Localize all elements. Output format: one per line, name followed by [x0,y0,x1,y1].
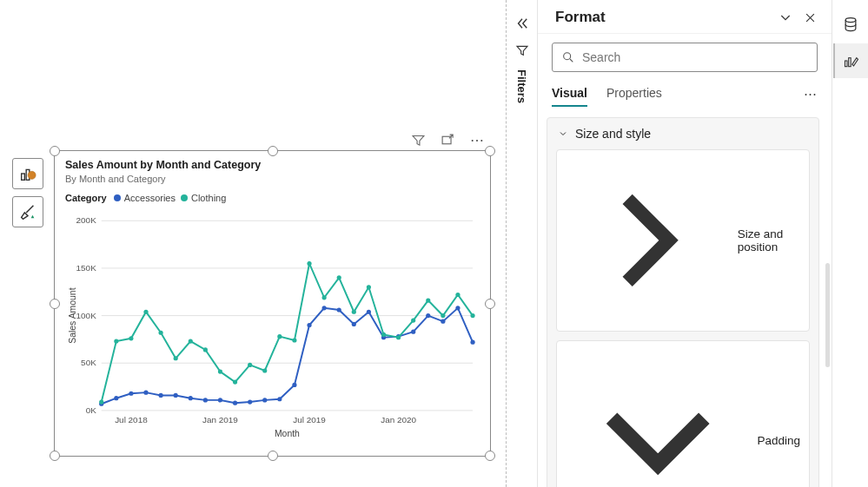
svg-point-27 [203,398,208,402]
svg-point-42 [426,313,430,318]
svg-point-56 [248,363,252,367]
resize-handle[interactable] [50,451,60,461]
svg-point-65 [381,332,386,337]
chart-legend: Category Accessories Clothing [65,193,480,203]
svg-point-32 [277,397,282,401]
svg-point-22 [129,392,133,396]
svg-point-33 [292,383,296,387]
report-canvas: ⋯ Sales Amount by Month and Category By … [0,0,504,487]
card-size-and-style: Size and style Size and position Padding [547,117,819,487]
svg-point-24 [159,393,163,398]
svg-point-71 [470,313,474,318]
svg-point-57 [262,368,267,372]
svg-text:Jan 2019: Jan 2019 [202,415,238,424]
svg-point-70 [455,293,460,297]
filter-icon[interactable] [410,132,426,148]
chart-subtitle: By Month and Category [65,174,480,184]
visual-tool-stack [12,158,43,227]
svg-text:Jul 2018: Jul 2018 [115,415,148,424]
visual-header-toolbar: ⋯ [410,132,485,148]
svg-rect-0 [22,174,25,180]
svg-point-43 [441,319,445,324]
resize-handle[interactable] [485,146,495,156]
chevron-right-icon [566,158,731,323]
focus-mode-icon[interactable] [440,132,455,148]
search-icon [561,50,575,64]
svg-point-35 [322,306,327,310]
svg-point-61 [322,295,327,299]
svg-point-54 [218,369,222,373]
resize-handle[interactable] [485,299,495,309]
svg-point-30 [248,399,252,404]
chevron-down-icon [566,349,750,487]
filters-rail: Filters [506,0,537,487]
visual-content: Sales Amount by Month and Category By Mo… [55,151,490,456]
database-icon [842,16,859,33]
svg-point-72 [564,53,571,60]
data-pane-button[interactable] [833,7,868,42]
format-tabs: Visual Properties ⋯ [538,79,832,107]
svg-point-47 [114,339,118,344]
format-pane-button[interactable] [833,43,868,78]
chart-title: Sales Amount by Month and Category [65,159,480,171]
chevron-down-icon [558,128,568,139]
subcard-header[interactable]: Padding [557,341,809,487]
expand-pane-icon[interactable] [778,10,793,25]
subcard-title: Padding [757,434,800,447]
chart-svg: 0K50K100K150K200KSales AmountJul 2018Jan… [65,207,480,449]
svg-point-50 [159,331,163,335]
tab-properties[interactable]: Properties [606,81,662,107]
more-options-icon[interactable]: ⋯ [469,132,485,148]
resize-handle[interactable] [50,299,60,309]
svg-point-53 [203,347,208,352]
more-options-icon[interactable]: ⋯ [804,86,818,102]
svg-point-66 [396,335,401,339]
svg-point-64 [367,285,371,289]
tab-visual[interactable]: Visual [552,81,587,107]
svg-point-73 [845,18,856,23]
line-chart-visual[interactable]: Sales Amount by Month and Category By Mo… [54,150,491,457]
svg-point-49 [143,310,148,314]
svg-point-51 [174,356,178,360]
svg-point-44 [455,306,460,310]
subcard-header[interactable]: Size and position [557,150,809,331]
resize-handle[interactable] [268,451,278,461]
resize-handle[interactable] [268,146,278,156]
format-search[interactable] [552,43,818,72]
resize-handle[interactable] [485,451,495,461]
svg-point-63 [352,310,356,314]
filters-label[interactable]: Filters [515,69,528,103]
svg-point-21 [114,396,118,400]
card-header[interactable]: Size and style [547,118,818,149]
svg-point-55 [233,380,237,385]
legend-label: Accessories [124,193,176,203]
format-pane: Format Visual Properties ⋯ Size and styl… [537,0,832,487]
svg-point-38 [367,310,371,314]
svg-text:200K: 200K [76,215,97,225]
paintbrush-icon [18,202,37,221]
legend-marker [181,194,188,201]
svg-point-68 [426,299,430,303]
svg-point-46 [99,399,103,404]
chart-plot-area: 0K50K100K150K200KSales AmountJul 2018Jan… [65,207,480,449]
right-icon-rail [832,0,868,487]
search-input[interactable] [582,50,808,64]
filter-icon[interactable] [515,43,529,57]
scrollbar[interactable] [825,263,830,367]
svg-point-26 [189,396,193,400]
collapse-panes-icon[interactable] [514,16,530,31]
resize-handle[interactable] [50,146,60,156]
svg-point-41 [411,330,415,334]
subcard-title: Size and position [738,227,800,253]
svg-text:Jan 2020: Jan 2020 [381,415,416,424]
svg-point-62 [337,275,341,280]
svg-point-29 [233,401,237,405]
svg-point-34 [307,323,311,327]
build-visual-button[interactable] [12,158,43,189]
svg-point-28 [218,398,222,402]
svg-point-59 [292,338,296,342]
format-visual-button[interactable] [12,196,43,227]
close-pane-icon[interactable] [802,10,818,25]
legend-title: Category [65,193,107,203]
svg-point-58 [277,334,282,339]
